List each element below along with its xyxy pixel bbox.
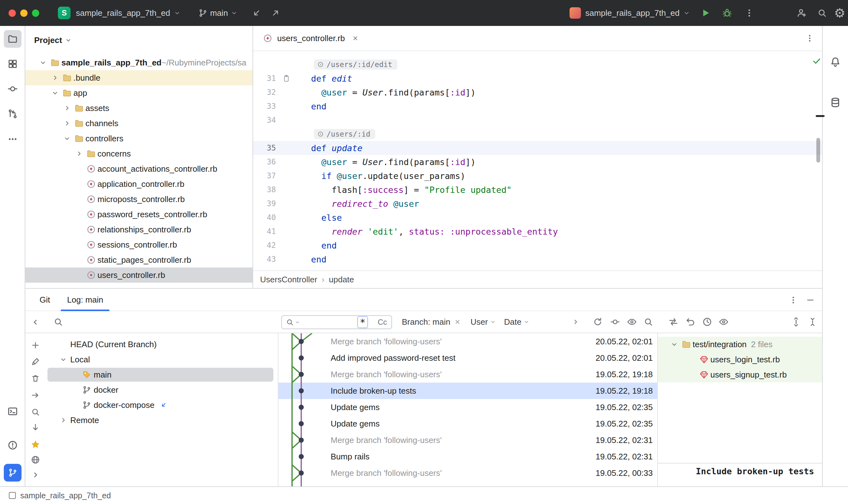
commit-row[interactable]: Merge branch 'following-users'19.05.22, …	[278, 366, 657, 382]
editor-tab-options-button[interactable]	[805, 26, 814, 51]
search-branches-button[interactable]	[29, 405, 42, 419]
line-number[interactable]: 40	[253, 213, 276, 222]
expand-strip-button[interactable]	[29, 468, 42, 482]
code-line[interactable]: 41 render 'edit', status: :unprocessable…	[253, 224, 822, 238]
line-number[interactable]: 42	[253, 241, 276, 250]
more-filters-button[interactable]	[571, 311, 580, 332]
pull-requests-tool-button[interactable]	[4, 105, 21, 123]
preview-diff-button[interactable]	[627, 311, 637, 332]
branch-row[interactable]: Remote	[46, 413, 278, 428]
line-number[interactable]: 32	[253, 88, 276, 97]
line-number[interactable]: 34	[253, 116, 276, 125]
zoom-window-button[interactable]	[32, 10, 39, 17]
editor-tab[interactable]: users_controller.rb	[263, 26, 359, 51]
project-tree-item[interactable]: application_controller.rb	[25, 176, 253, 192]
project-tree-item[interactable]: static_pages_controller.rb	[25, 252, 253, 268]
line-number[interactable]: 33	[253, 102, 276, 111]
expand-all-button[interactable]	[791, 311, 801, 332]
code-line[interactable]: 38 flash[:success] = "Profile updated"	[253, 183, 822, 197]
commit-row[interactable]: Merge branch 'following-users'19.05.22, …	[278, 432, 657, 448]
commit-row[interactable]: Merge branch 'following-users'19.05.22, …	[278, 465, 657, 481]
editor-split-handle[interactable]	[816, 115, 825, 117]
outgoing-commits-button[interactable]	[271, 0, 280, 26]
rename-branch-button[interactable]	[29, 355, 42, 369]
collapse-all-button[interactable]	[808, 311, 818, 332]
commit-search-field[interactable]: * Cc	[281, 315, 392, 329]
go-to-hash-button[interactable]	[643, 311, 653, 332]
commit-row[interactable]: Include broken-up tests19.05.22, 19:18	[278, 382, 657, 399]
close-tab-icon[interactable]	[352, 35, 359, 42]
close-window-button[interactable]	[8, 10, 16, 17]
code-line[interactable]: 37 if @user.update(user_params)	[253, 169, 822, 183]
hide-branches-button[interactable]	[29, 315, 42, 329]
project-tree-item[interactable]: sample_rails_app_7th_ed ~/RubymineProjec…	[25, 55, 253, 70]
project-tool-button[interactable]	[4, 30, 21, 48]
project-tree-item[interactable]: channels	[25, 116, 253, 131]
editor-scrollbar-thumb[interactable]	[816, 138, 820, 163]
commit-row[interactable]: Add improved password-reset test20.05.22…	[278, 350, 657, 366]
project-tree-item[interactable]: controllers	[25, 131, 253, 146]
chevron-down-icon[interactable]	[669, 340, 680, 348]
project-icon[interactable]: S	[58, 7, 71, 19]
line-number[interactable]: 31	[253, 74, 276, 83]
more-run-actions-button[interactable]	[744, 0, 754, 26]
project-tree-item[interactable]: microposts_controller.rb	[25, 192, 253, 207]
commit-tool-button[interactable]	[4, 80, 21, 98]
status-project-widget[interactable]: sample_rails_app_7th_ed	[9, 487, 111, 504]
line-number[interactable]: 38	[253, 185, 276, 194]
code-line[interactable]: 40 else	[253, 211, 822, 224]
branch-row[interactable]: Local	[46, 352, 278, 367]
branch-row[interactable]: HEAD (Current Branch)	[46, 337, 278, 352]
hide-git-panel-button[interactable]	[806, 289, 815, 311]
user-filter[interactable]: User	[470, 311, 496, 332]
structure-tool-button[interactable]	[4, 55, 21, 73]
code-line[interactable]: 32 @user = User.find(params[:id])	[253, 85, 822, 99]
code-line[interactable]: 39 redirect_to @user	[253, 197, 822, 211]
match-case-toggle[interactable]: Cc	[378, 318, 387, 327]
show-diff-preview-button[interactable]	[719, 311, 729, 332]
problems-tool-button[interactable]	[4, 436, 21, 454]
debug-button[interactable]	[722, 0, 733, 26]
changed-dir-row[interactable]: test/integration2 files	[658, 337, 822, 352]
changed-file-row[interactable]: users_signup_test.rb	[658, 367, 822, 382]
git-tool-button-active[interactable]	[4, 464, 21, 482]
project-tree-item[interactable]: sessions_controller.rb	[25, 237, 253, 252]
project-tree-item[interactable]: password_resets_controller.rb	[25, 207, 253, 222]
commit-row[interactable]: Merge branch 'following-users'20.05.22, …	[278, 333, 657, 350]
code-line[interactable]: 36 @user = User.find(params[:id])	[253, 155, 822, 169]
project-tree-item[interactable]: assets	[25, 101, 253, 116]
code-with-me-button[interactable]	[796, 0, 807, 26]
clear-filter-icon[interactable]	[454, 319, 461, 325]
project-tree-item[interactable]: users_controller.rb	[25, 268, 253, 283]
branch-widget[interactable]: main	[198, 0, 238, 26]
project-panel-header[interactable]: Project	[34, 26, 72, 54]
code-line[interactable]: 33end	[253, 99, 822, 113]
database-tool-button[interactable]	[823, 97, 848, 108]
breadcrumb-method[interactable]: update	[329, 275, 354, 285]
commit-row[interactable]: Update gems19.05.22, 02:35	[278, 399, 657, 415]
branches-search-button[interactable]	[53, 311, 63, 332]
line-number[interactable]: 43	[253, 255, 276, 264]
line-number[interactable]: 36	[253, 158, 276, 166]
git-panel-title[interactable]: Git	[39, 289, 50, 311]
line-number[interactable]: 39	[253, 199, 276, 208]
code-line[interactable]: 31def edit	[253, 71, 822, 85]
line-number[interactable]: 37	[253, 172, 276, 180]
git-panel-options-button[interactable]	[789, 289, 798, 311]
more-tool-windows-button[interactable]	[4, 130, 21, 148]
checkout-button[interactable]	[29, 388, 42, 402]
commit-row[interactable]: Bump rails19.05.22, 02:31	[278, 448, 657, 465]
project-tree-item[interactable]: relationships_controller.rb	[25, 222, 253, 237]
line-number[interactable]: 41	[253, 227, 276, 236]
code-line[interactable]: 34	[253, 113, 822, 127]
run-configuration-selector[interactable]: sample_rails_app_7th_ed	[570, 0, 690, 26]
branch-filter[interactable]: Branch: main	[402, 311, 461, 332]
compare-with-local-button[interactable]	[668, 311, 678, 332]
date-filter[interactable]: Date	[504, 311, 530, 332]
terminal-tool-button[interactable]	[4, 402, 21, 420]
run-button[interactable]	[700, 0, 711, 26]
fetch-button[interactable]	[29, 420, 42, 434]
project-tree-item[interactable]: concerns	[25, 146, 253, 161]
route-chip[interactable]: /users/:id	[314, 129, 375, 139]
delete-branch-button[interactable]	[29, 372, 42, 385]
